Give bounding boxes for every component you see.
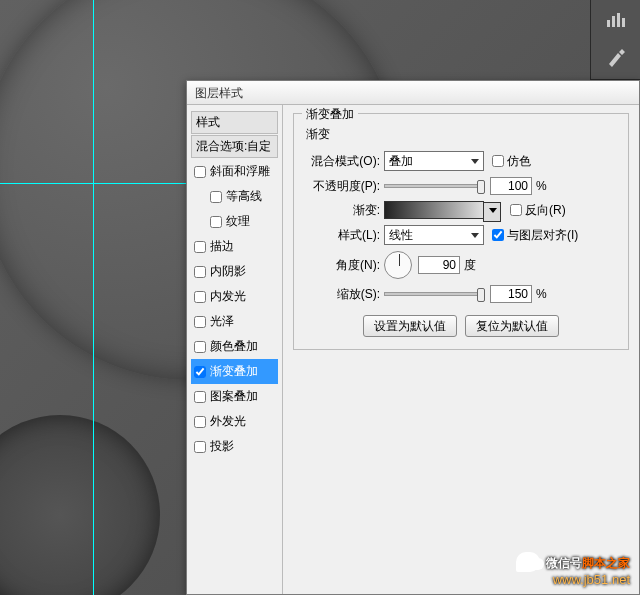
style-item-10[interactable]: 外发光 (191, 409, 278, 434)
style-item-label: 图案叠加 (210, 388, 258, 405)
chevron-down-icon[interactable] (489, 208, 497, 213)
angle-dial[interactable] (384, 251, 412, 279)
style-item-6[interactable]: 光泽 (191, 309, 278, 334)
guide-vertical[interactable] (93, 0, 94, 595)
style-item-9[interactable]: 图案叠加 (191, 384, 278, 409)
svg-rect-1 (612, 16, 615, 27)
scale-input[interactable] (490, 285, 532, 303)
gradient-overlay-group: 渐变叠加 渐变 混合模式(O): 叠加 仿色 不透明度(P): % 渐变: 反向… (293, 113, 629, 350)
style-checkbox[interactable] (194, 391, 206, 403)
style-checkbox[interactable] (194, 441, 206, 453)
style-item-label: 内阴影 (210, 263, 246, 280)
style-item-label: 颜色叠加 (210, 338, 258, 355)
style-item-label: 描边 (210, 238, 234, 255)
right-toolbar (590, 0, 640, 80)
svg-rect-3 (622, 18, 625, 27)
style-checkbox[interactable] (194, 241, 206, 253)
dialog-title[interactable]: 图层样式 (187, 81, 639, 105)
style-item-label: 斜面和浮雕 (210, 163, 270, 180)
wechat-icon (516, 552, 540, 572)
style-item-label: 渐变叠加 (210, 363, 258, 380)
gradient-subheader: 渐变 (306, 126, 620, 143)
settings-panel: 渐变叠加 渐变 混合模式(O): 叠加 仿色 不透明度(P): % 渐变: 反向… (283, 105, 639, 594)
style-item-label: 光泽 (210, 313, 234, 330)
styles-header[interactable]: 样式 (191, 111, 278, 134)
slider-thumb[interactable] (477, 180, 485, 194)
blend-options-header[interactable]: 混合选项:自定 (191, 135, 278, 158)
slider-thumb[interactable] (477, 288, 485, 302)
style-item-label: 投影 (210, 438, 234, 455)
watermark-prefix: 微信号 (546, 556, 582, 570)
style-checkbox[interactable] (194, 166, 206, 178)
style-checkbox[interactable] (194, 291, 206, 303)
dither-checkbox[interactable]: 仿色 (492, 153, 531, 170)
opacity-unit: % (536, 179, 547, 193)
opacity-label: 不透明度(P): (302, 178, 384, 195)
gradient-label: 渐变: (302, 202, 384, 219)
style-checkbox[interactable] (194, 341, 206, 353)
style-item-label: 内发光 (210, 288, 246, 305)
layer-style-dialog: 图层样式 样式 混合选项:自定 斜面和浮雕等高线纹理描边内阴影内发光光泽颜色叠加… (186, 80, 640, 595)
style-item-11[interactable]: 投影 (191, 434, 278, 459)
style-checkbox[interactable] (194, 366, 206, 378)
watermark-url: www.jb51.net (516, 572, 630, 587)
angle-unit: 度 (464, 257, 476, 274)
histogram-icon[interactable] (601, 6, 631, 34)
style-item-1[interactable]: 等高线 (191, 184, 278, 209)
style-item-3[interactable]: 描边 (191, 234, 278, 259)
reverse-checkbox[interactable]: 反向(R) (510, 202, 566, 219)
angle-input[interactable] (418, 256, 460, 274)
style-checkbox[interactable] (210, 216, 222, 228)
brush-tool-icon[interactable] (601, 44, 631, 72)
style-label: 样式(L): (302, 227, 384, 244)
style-item-label: 纹理 (226, 213, 250, 230)
style-item-2[interactable]: 纹理 (191, 209, 278, 234)
watermark-brand: 脚本之家 (582, 556, 630, 570)
watermark: 微信号脚本之家 www.jb51.net (516, 551, 630, 587)
align-checkbox[interactable]: 与图层对齐(I) (492, 227, 578, 244)
reverse-label: 反向(R) (525, 202, 566, 219)
style-list: 样式 混合选项:自定 斜面和浮雕等高线纹理描边内阴影内发光光泽颜色叠加渐变叠加图… (187, 105, 283, 594)
gradient-picker[interactable] (384, 201, 484, 219)
style-item-7[interactable]: 颜色叠加 (191, 334, 278, 359)
style-checkbox[interactable] (210, 191, 222, 203)
style-dropdown[interactable]: 线性 (384, 225, 484, 245)
style-checkbox[interactable] (194, 416, 206, 428)
style-checkbox[interactable] (194, 266, 206, 278)
scale-slider[interactable] (384, 292, 484, 296)
style-item-0[interactable]: 斜面和浮雕 (191, 159, 278, 184)
style-item-label: 外发光 (210, 413, 246, 430)
svg-rect-0 (607, 20, 610, 27)
scale-unit: % (536, 287, 547, 301)
scale-label: 缩放(S): (302, 286, 384, 303)
group-title: 渐变叠加 (302, 106, 358, 123)
svg-rect-2 (617, 13, 620, 27)
angle-label: 角度(N): (302, 257, 384, 274)
opacity-slider[interactable] (384, 184, 484, 188)
opacity-input[interactable] (490, 177, 532, 195)
blend-mode-dropdown[interactable]: 叠加 (384, 151, 484, 171)
style-item-8[interactable]: 渐变叠加 (191, 359, 278, 384)
dither-label: 仿色 (507, 153, 531, 170)
artwork-circle-small (0, 415, 160, 595)
style-item-5[interactable]: 内发光 (191, 284, 278, 309)
align-label: 与图层对齐(I) (507, 227, 578, 244)
set-default-button[interactable]: 设置为默认值 (363, 315, 457, 337)
style-item-label: 等高线 (226, 188, 262, 205)
style-item-4[interactable]: 内阴影 (191, 259, 278, 284)
reset-default-button[interactable]: 复位为默认值 (465, 315, 559, 337)
style-checkbox[interactable] (194, 316, 206, 328)
blend-mode-label: 混合模式(O): (302, 153, 384, 170)
